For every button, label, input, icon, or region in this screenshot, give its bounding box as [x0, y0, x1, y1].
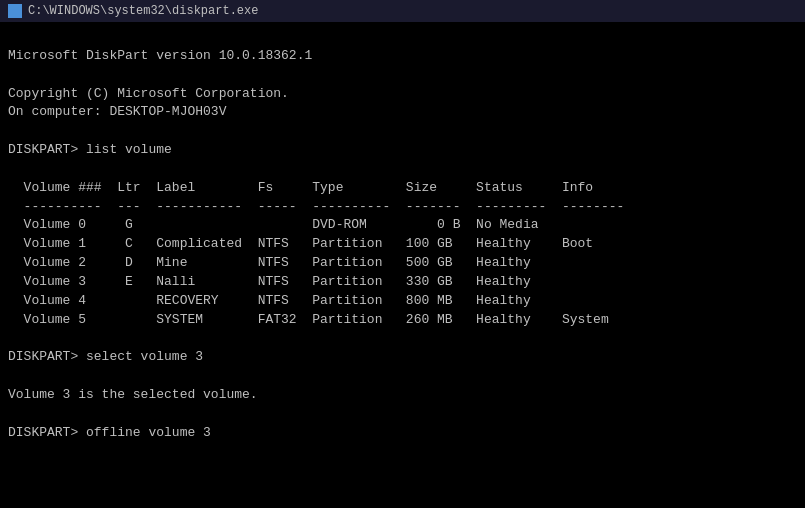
terminal-body: Microsoft DiskPart version 10.0.18362.1 … [0, 22, 805, 467]
terminal-line [8, 160, 797, 179]
terminal-line [8, 28, 797, 47]
terminal-line [8, 66, 797, 85]
terminal-line: Volume ### Ltr Label Fs Type Size Status… [8, 179, 797, 198]
terminal-line: DISKPART> offline volume 3 [8, 424, 797, 443]
terminal-line: ---------- --- ----------- ----- -------… [8, 198, 797, 217]
terminal-line: Volume 5 SYSTEM FAT32 Partition 260 MB H… [8, 311, 797, 330]
terminal-line [8, 330, 797, 349]
terminal-line [8, 122, 797, 141]
terminal-line: DISKPART> select volume 3 [8, 348, 797, 367]
terminal-line: Volume 1 C Complicated NTFS Partition 10… [8, 235, 797, 254]
terminal-line: Copyright (C) Microsoft Corporation. [8, 85, 797, 104]
terminal-line: Volume 4 RECOVERY NTFS Partition 800 MB … [8, 292, 797, 311]
terminal-line [8, 367, 797, 386]
terminal-line: Volume 0 G DVD-ROM 0 B No Media [8, 216, 797, 235]
terminal-line: Volume 3 E Nalli NTFS Partition 330 GB H… [8, 273, 797, 292]
title-text: C:\WINDOWS\system32\diskpart.exe [28, 4, 258, 18]
terminal-line: On computer: DESKTOP-MJOH03V [8, 103, 797, 122]
terminal-line [8, 443, 797, 462]
cmd-icon [8, 4, 22, 18]
terminal-line: Volume 2 D Mine NTFS Partition 500 GB He… [8, 254, 797, 273]
title-bar: C:\WINDOWS\system32\diskpart.exe [0, 0, 805, 22]
terminal-line: DISKPART> list volume [8, 141, 797, 160]
terminal-line: Microsoft DiskPart version 10.0.18362.1 [8, 47, 797, 66]
terminal-line: Volume 3 is the selected volume. [8, 386, 797, 405]
terminal-line [8, 405, 797, 424]
